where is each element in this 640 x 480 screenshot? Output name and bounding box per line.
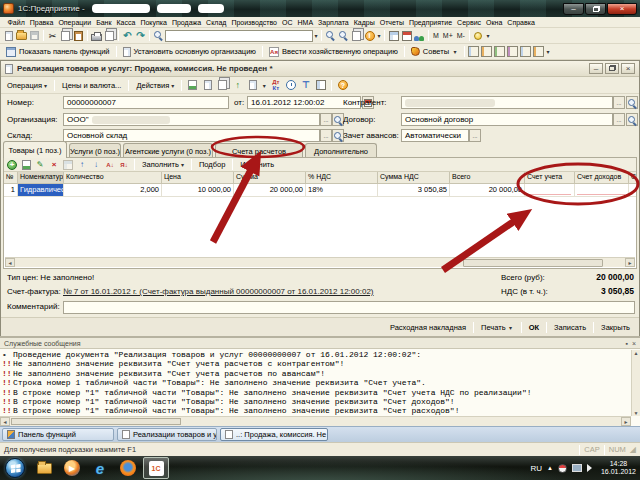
search-dropdown-icon[interactable]: ▾ [313, 32, 319, 39]
ok-button[interactable]: ОК [524, 323, 544, 332]
menu-item-production[interactable]: Производство [229, 19, 280, 26]
copy-document-icon[interactable] [216, 79, 229, 92]
dtkt-icon[interactable]: ДтКт [269, 79, 282, 92]
cell-extra[interactable] [629, 184, 636, 196]
expense-invoice-button[interactable]: Расходная накладная [385, 323, 471, 332]
cell-vat-percent[interactable]: 18% [306, 184, 378, 196]
menu-item-operations[interactable]: Операции [56, 19, 94, 26]
menu-item-windows[interactable]: Окна [484, 19, 505, 26]
tips-button[interactable]: Советы ▾ [407, 45, 462, 59]
search-input[interactable] [165, 30, 313, 42]
menu-item-service[interactable]: Сервис [455, 19, 484, 26]
find-prev-icon[interactable] [337, 29, 350, 42]
result-caret-icon[interactable]: ▾ [261, 82, 267, 89]
copy-icon[interactable] [59, 29, 72, 42]
journal-6-icon[interactable] [532, 45, 545, 58]
end-edit-icon[interactable] [62, 159, 74, 171]
menu-item-reports[interactable]: Отчеты [377, 19, 406, 26]
tab-services[interactable]: Услуги (0 поз.) [69, 143, 121, 158]
tips-lamp-icon[interactable] [472, 29, 485, 42]
contract-ellipsis-button[interactable]: ... [613, 113, 625, 126]
maximize-button[interactable] [585, 3, 606, 15]
clock[interactable]: 14:28 16.01.2012 [601, 460, 636, 476]
scroll-left-icon[interactable]: ◄ [5, 258, 15, 267]
doc-minimize-button[interactable]: – [589, 63, 603, 74]
close-button[interactable]: × [607, 3, 637, 15]
menu-item-warehouse[interactable]: Склад [204, 19, 229, 26]
language-indicator[interactable]: RU [530, 464, 542, 473]
journal-5-icon[interactable] [519, 45, 532, 58]
counterparty-field[interactable] [401, 96, 613, 109]
print-button[interactable]: Печать ▾ [476, 323, 519, 332]
time-icon[interactable] [284, 79, 297, 92]
scroll-right-icon[interactable]: ► [621, 417, 631, 426]
scrollbar-thumb[interactable] [11, 418, 181, 425]
fill-button[interactable]: Заполнить ▾ [139, 160, 187, 169]
delete-row-icon[interactable]: × [48, 159, 60, 171]
cell-total[interactable]: 20 000,00 [450, 184, 525, 196]
move-up-icon[interactable]: ↑ [76, 159, 88, 171]
undo-icon[interactable]: ↶ [121, 29, 134, 42]
pin-icon[interactable]: ▪ [625, 340, 627, 347]
menu-item-help[interactable]: Справка [505, 19, 537, 26]
cell-quantity[interactable]: 2,000 [64, 184, 162, 196]
window-tab-function-panel[interactable]: Панель функций [2, 428, 114, 441]
taskbar-explorer-button[interactable] [31, 457, 57, 479]
tab-additional[interactable]: Дополнительно [305, 143, 377, 158]
sort-asc-icon[interactable]: А↓ [104, 159, 116, 171]
help-icon[interactable]: ? [336, 79, 349, 92]
cell-price[interactable]: 10 000,00 [162, 184, 234, 196]
col-income-account[interactable]: Счет доходов [575, 172, 629, 183]
print-preview-icon[interactable] [103, 29, 116, 42]
speaker-icon[interactable] [587, 464, 596, 472]
post-document-icon[interactable] [186, 79, 199, 92]
col-sum[interactable]: Сумма [234, 172, 306, 183]
menu-item-nma[interactable]: НМА [295, 19, 316, 26]
contract-lookup-button[interactable] [626, 113, 638, 126]
cell-nomenclature[interactable]: Гидравлическ... [18, 184, 64, 196]
toolbar-overflow-icon[interactable]: ▾ [545, 48, 551, 55]
save-button[interactable]: Записать [549, 323, 591, 332]
start-button[interactable] [5, 458, 25, 478]
menu-item-cash[interactable]: Касса [114, 19, 138, 26]
menu-item-sale[interactable]: Продажа [169, 19, 203, 26]
messages-vertical-scrollbar[interactable]: ▲ ▼ [631, 350, 640, 416]
close-doc-button[interactable]: Закрыть [596, 323, 635, 332]
tips-dropdown-icon[interactable]: ▾ [485, 32, 491, 39]
actions-button[interactable]: Действия ▾ [133, 81, 177, 90]
list-settings-icon[interactable] [314, 79, 327, 92]
counterparty-ellipsis-button[interactable]: ... [613, 96, 625, 109]
add-row-icon[interactable]: + [6, 159, 18, 171]
minimize-button[interactable]: – [563, 3, 584, 15]
col-extra[interactable]: С [629, 172, 636, 183]
edit-row-icon[interactable]: ✎ [34, 159, 46, 171]
users-icon[interactable] [413, 29, 426, 42]
new-document-icon[interactable] [2, 29, 15, 42]
cell-income-account[interactable] [575, 184, 629, 196]
cell-number[interactable]: 1 [4, 184, 18, 196]
scroll-right-icon[interactable]: ► [625, 258, 635, 267]
scroll-up-icon[interactable]: ▲ [632, 350, 640, 356]
enter-operation-button[interactable]: Ая Ввести хозяйственную операцию [265, 45, 402, 59]
scrollbar-thumb[interactable] [463, 259, 603, 267]
journal-1-icon[interactable] [467, 45, 480, 58]
journal-3-icon[interactable] [493, 45, 506, 58]
doc-close-button[interactable]: × [621, 63, 635, 74]
taskbar-firefox-button[interactable] [115, 457, 141, 479]
tab-agent-services[interactable]: Агентские услуги (0 поз.) [123, 143, 213, 158]
pick-button[interactable]: Подбор [196, 160, 228, 169]
memory-minus-button[interactable]: M- [455, 32, 467, 39]
menu-item-hr[interactable]: Кадры [351, 19, 377, 26]
cell-sum[interactable]: 20 000,00 [234, 184, 306, 196]
organization-field[interactable]: ООО" [63, 113, 320, 126]
messages-horizontal-scrollbar[interactable]: ◄ ► [0, 416, 631, 426]
col-vat-percent[interactable]: % НДС [306, 172, 378, 183]
scroll-left-icon[interactable]: ◄ [0, 417, 10, 426]
col-vat-sum[interactable]: Сумма НДС [378, 172, 450, 183]
menu-item-os[interactable]: ОС [280, 19, 296, 26]
taskbar-1c-button[interactable]: 1С [143, 457, 169, 479]
col-price[interactable]: Цена [162, 172, 234, 183]
memory-plus-button[interactable]: M+ [441, 32, 455, 39]
set-main-org-button[interactable]: Установить основную организацию [119, 45, 260, 59]
print-icon[interactable] [90, 29, 103, 42]
